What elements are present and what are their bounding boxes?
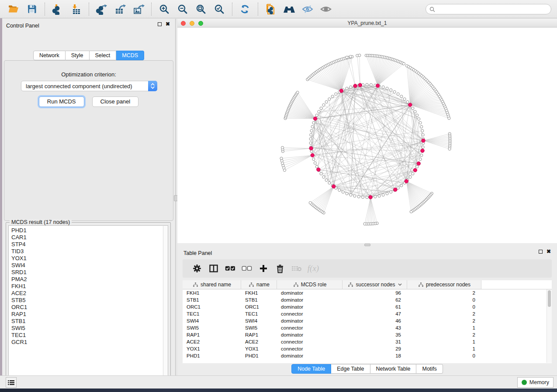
mcds-result-item[interactable]: RAP1: [11, 311, 163, 318]
graph-node[interactable]: [311, 125, 314, 128]
table-row[interactable]: SWI4SWI4dominator462: [183, 317, 552, 324]
graph-hub-node[interactable]: [421, 149, 424, 152]
float-table-panel-icon[interactable]: [539, 250, 543, 254]
graph-node[interactable]: [325, 100, 328, 103]
graph-node[interactable]: [353, 195, 356, 197]
graph-node[interactable]: [349, 193, 352, 196]
mcds-result-item[interactable]: PHD1: [11, 227, 163, 234]
graph-hub-node[interactable]: [408, 103, 412, 107]
graph-node[interactable]: [280, 157, 283, 160]
graph-node[interactable]: [310, 134, 312, 136]
show-details-icon[interactable]: [318, 3, 333, 16]
graph-hub-node[interactable]: [413, 168, 417, 172]
graph-node[interactable]: [349, 86, 352, 88]
table-row[interactable]: YOX1YOX1connector291: [183, 345, 552, 352]
memory-button[interactable]: Memory: [517, 377, 554, 388]
graph-node[interactable]: [422, 134, 424, 136]
graph-hub-node[interactable]: [311, 154, 314, 157]
graph-node[interactable]: [397, 93, 399, 95]
tab-edge-table[interactable]: Edge Table: [331, 364, 370, 374]
graph-node[interactable]: [410, 210, 412, 213]
import-table-icon[interactable]: [69, 3, 83, 16]
graph-node[interactable]: [309, 142, 312, 144]
close-table-panel-icon[interactable]: ✖: [547, 250, 551, 254]
tab-node-table[interactable]: Node Table: [291, 364, 331, 374]
mcds-result-item[interactable]: FKH1: [11, 283, 163, 290]
document-share-icon[interactable]: [263, 3, 278, 16]
mcds-result-item[interactable]: TID3: [11, 248, 163, 255]
graph-node[interactable]: [342, 191, 344, 193]
graph-node[interactable]: [412, 107, 414, 110]
export-image-icon[interactable]: [131, 3, 146, 16]
graph-node[interactable]: [382, 193, 384, 196]
run-mcds-button[interactable]: Run MCDS: [39, 96, 84, 107]
graph-node[interactable]: [386, 192, 388, 195]
select-all-icon[interactable]: [222, 262, 239, 275]
graph-hub-node[interactable]: [309, 147, 313, 150]
table-row[interactable]: ACE2ACE2connector311: [183, 338, 552, 345]
graph-node[interactable]: [382, 86, 384, 88]
table-row[interactable]: FKH1FKH1dominator962: [183, 289, 552, 296]
horizontal-splitter[interactable]: [177, 243, 557, 247]
mcds-result-item[interactable]: STP4: [11, 241, 163, 248]
columns-icon[interactable]: [205, 262, 222, 275]
graph-node[interactable]: [400, 184, 403, 187]
gear-icon[interactable]: [189, 262, 205, 275]
zoom-selected-icon[interactable]: [212, 3, 227, 16]
graph-node[interactable]: [374, 196, 377, 198]
close-panel-icon[interactable]: ✖: [166, 22, 170, 26]
graph-node[interactable]: [322, 103, 325, 106]
graph-hub-node[interactable]: [369, 196, 372, 199]
graph-node[interactable]: [357, 196, 360, 198]
task-history-button[interactable]: [6, 377, 17, 388]
mcds-result-item[interactable]: SRD1: [11, 269, 163, 276]
graph-node[interactable]: [386, 87, 388, 89]
graph-node[interactable]: [370, 83, 372, 86]
horizontal-splitter-handle[interactable]: [364, 244, 370, 246]
tab-network[interactable]: Network: [33, 51, 66, 60]
graph-node[interactable]: [338, 189, 341, 191]
graph-node[interactable]: [393, 90, 396, 93]
mcds-result-list[interactable]: PHD1CAR1STP4TID3YOX1SWI4SRD1PMA2FKH1ACE2…: [8, 225, 163, 382]
graph-node[interactable]: [403, 98, 406, 100]
mcds-result-item[interactable]: GCR1: [11, 339, 163, 346]
network-graph[interactable]: [177, 28, 557, 243]
graph-hub-node[interactable]: [339, 89, 343, 93]
graph-node[interactable]: [414, 110, 416, 113]
column-header-successor-nodes[interactable]: successor nodes: [343, 280, 407, 289]
graph-node[interactable]: [314, 162, 316, 164]
graph-node[interactable]: [358, 54, 361, 57]
mcds-result-item[interactable]: ACE2: [11, 290, 163, 297]
network-window-titlebar[interactable]: YPA_prune.txt_1: [177, 19, 557, 28]
graph-node[interactable]: [320, 107, 322, 110]
graph-node[interactable]: [318, 110, 320, 113]
close-panel-button[interactable]: Close panel: [92, 96, 139, 107]
mcds-result-item[interactable]: YOX1: [11, 255, 163, 262]
graph-hub-node[interactable]: [317, 168, 320, 171]
mcds-result-item[interactable]: TEC1: [11, 332, 163, 339]
import-network-icon[interactable]: [50, 3, 65, 16]
add-row-icon[interactable]: [255, 262, 272, 275]
graph-node[interactable]: [409, 175, 412, 178]
graph-node[interactable]: [346, 87, 348, 89]
graph-node[interactable]: [390, 191, 392, 193]
graph-hub-node[interactable]: [405, 179, 408, 183]
hide-details-icon[interactable]: [300, 3, 315, 16]
mcds-list-scrollbar[interactable]: [163, 225, 168, 382]
graph-node[interactable]: [320, 172, 322, 175]
save-icon[interactable]: [24, 3, 39, 16]
graph-node[interactable]: [328, 98, 331, 100]
graph-node[interactable]: [335, 93, 337, 95]
graph-node[interactable]: [363, 223, 366, 225]
graph-node[interactable]: [448, 148, 451, 150]
graph-node[interactable]: [402, 62, 405, 65]
graph-node[interactable]: [406, 100, 409, 103]
delete-row-icon[interactable]: [272, 262, 288, 275]
binoculars-icon[interactable]: [282, 3, 297, 16]
graph-node[interactable]: [349, 55, 352, 58]
graph-node[interactable]: [400, 95, 403, 98]
graph-node[interactable]: [296, 91, 299, 94]
graph-hub-node[interactable]: [358, 83, 362, 87]
graph-node[interactable]: [416, 165, 419, 168]
mcds-result-item[interactable]: SWI5: [11, 325, 163, 332]
